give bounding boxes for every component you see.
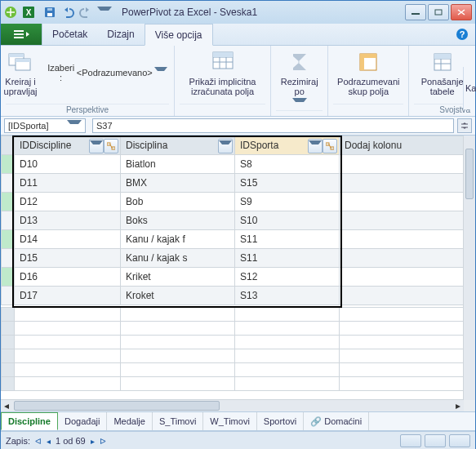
svg-rect-21 bbox=[360, 58, 364, 70]
sigma-icon bbox=[287, 49, 313, 75]
record-position: 1 od 69 bbox=[56, 436, 86, 446]
table-row[interactable]: D12BobS9 bbox=[2, 193, 464, 211]
summarize-by-label: Rezimiraj po bbox=[281, 77, 318, 96]
sheet-stimovi[interactable]: S_Timovi bbox=[153, 412, 203, 430]
scroll-right-icon[interactable]: ▸ bbox=[452, 400, 464, 411]
measure-grid[interactable] bbox=[1, 307, 464, 391]
col-header-add[interactable]: Dodaj kolonu bbox=[340, 136, 464, 155]
filter-dropdown-icon[interactable] bbox=[89, 139, 104, 153]
undo-icon[interactable] bbox=[61, 6, 74, 19]
formula-expand-button[interactable] bbox=[457, 118, 472, 133]
izaberi-value: <Podrazumevano> bbox=[77, 68, 153, 78]
view-calc-button[interactable] bbox=[449, 434, 470, 447]
save-icon[interactable] bbox=[43, 6, 56, 19]
relation-icon[interactable] bbox=[104, 139, 118, 153]
scroll-left-icon[interactable]: ◂ bbox=[1, 400, 12, 411]
view-diagram-button[interactable] bbox=[425, 434, 446, 447]
show-implicit-button[interactable]: Prikaži implicitna izračunata polja bbox=[189, 49, 256, 96]
table-row[interactable]: D15Kanu / kajak sS11 bbox=[2, 249, 464, 268]
svg-rect-9 bbox=[14, 33, 24, 35]
vertical-scrollbar[interactable] bbox=[463, 136, 475, 400]
svg-rect-6 bbox=[411, 13, 420, 15]
view-data-button[interactable] bbox=[400, 434, 421, 447]
table-row[interactable]: D14Kanu / kajak fS11 bbox=[2, 230, 464, 249]
svg-text:?: ? bbox=[460, 29, 465, 39]
title-bar: X PowerPivot za Excel - Sveska1 bbox=[1, 1, 475, 24]
nav-last-button[interactable]: ᐅ bbox=[100, 437, 106, 446]
sheet-medalje[interactable]: Medalje bbox=[107, 412, 153, 430]
record-label: Zapis: bbox=[6, 436, 30, 446]
col-header-iddiscipline[interactable]: IDDiscipline bbox=[15, 136, 121, 155]
create-manage-button[interactable]: Kreiraj i upravljaj bbox=[4, 49, 38, 96]
minimize-button[interactable] bbox=[405, 4, 426, 20]
col-header-disciplina[interactable]: Disciplina bbox=[121, 136, 235, 155]
table-row[interactable]: D16KriketS12 bbox=[2, 268, 464, 287]
tab-pocetak[interactable]: Početak bbox=[42, 24, 97, 45]
nav-next-button[interactable]: ▸ bbox=[91, 437, 95, 446]
status-bar: Zapis: ᐊ ◂ 1 od 69 ▸ ᐅ bbox=[1, 431, 475, 449]
help-button[interactable]: ? bbox=[449, 24, 475, 45]
svg-rect-24 bbox=[107, 143, 110, 145]
table-row[interactable]: D13BoksS10 bbox=[2, 211, 464, 230]
default-field-set-button[interactable]: Podrazumevani skup polja bbox=[337, 49, 399, 96]
table-row[interactable]: D10BiatlonS8 bbox=[2, 155, 464, 174]
file-menu-button[interactable] bbox=[1, 24, 42, 45]
relation-icon[interactable] bbox=[323, 139, 337, 153]
chevron-down-icon bbox=[67, 120, 82, 132]
ribbon-tabs: Početak Dizajn Više opcija ? bbox=[1, 24, 475, 46]
perspective-icon bbox=[7, 49, 33, 75]
table-row[interactable]: D11BMXS15 bbox=[2, 174, 464, 193]
group-label-perspektive: Perspektive bbox=[6, 104, 169, 114]
group-label-svojstva: Svojstva bbox=[414, 104, 470, 114]
redo-icon[interactable] bbox=[79, 6, 92, 19]
sheet-discipline[interactable]: Discipline bbox=[1, 412, 58, 430]
quick-access-toolbar bbox=[43, 6, 112, 19]
svg-rect-10 bbox=[14, 37, 24, 38]
ribbon-cutoff-group[interactable]: Kate bbox=[463, 67, 475, 109]
table-calc-icon bbox=[210, 49, 236, 75]
data-grid-area: IDDiscipline Disciplina IDSporta Dodaj k… bbox=[1, 136, 475, 412]
name-box[interactable]: [IDSporta] bbox=[4, 118, 86, 133]
horizontal-scrollbar[interactable]: ◂ ▸ bbox=[1, 399, 464, 411]
qat-dropdown-icon[interactable] bbox=[97, 7, 112, 19]
sheet-wtimovi[interactable]: W_Timovi bbox=[203, 412, 256, 430]
tab-vise-opcija[interactable]: Više opcija bbox=[145, 24, 213, 46]
sheet-dogadjaji[interactable]: Događaji bbox=[58, 412, 107, 430]
izaberi-label: Izaberi : bbox=[47, 63, 75, 82]
filter-dropdown-icon[interactable] bbox=[218, 139, 233, 153]
window-title: PowerPivot za Excel - Sveska1 bbox=[122, 7, 405, 18]
maximize-button[interactable] bbox=[428, 4, 449, 20]
table-row[interactable]: D17KroketS13 bbox=[2, 287, 464, 305]
name-box-value: [IDSporta] bbox=[8, 121, 67, 131]
filter-dropdown-icon[interactable] bbox=[308, 139, 323, 153]
svg-rect-26 bbox=[326, 143, 329, 145]
app-window: X PowerPivot za Excel - Sveska1 Početak … bbox=[0, 0, 476, 449]
summarize-by-button[interactable]: Rezimiraj po bbox=[281, 49, 318, 110]
default-field-set-label: Podrazumevani skup polja bbox=[337, 77, 399, 96]
data-grid[interactable]: IDDiscipline Disciplina IDSporta Dodaj k… bbox=[1, 136, 464, 400]
svg-rect-16 bbox=[16, 59, 30, 62]
chevron-down-icon bbox=[154, 67, 168, 79]
svg-rect-15 bbox=[9, 54, 24, 57]
app-icon bbox=[4, 6, 17, 19]
excel-icon: X bbox=[22, 6, 35, 19]
sheet-domacini[interactable]: 🔗 Domaćini bbox=[304, 412, 369, 430]
nav-prev-button[interactable]: ◂ bbox=[47, 437, 51, 446]
col-header-idsporta[interactable]: IDSporta bbox=[235, 136, 340, 155]
close-button[interactable] bbox=[451, 4, 472, 20]
record-navigator: ᐊ ◂ 1 od 69 ▸ ᐅ bbox=[35, 436, 106, 446]
svg-rect-5 bbox=[47, 8, 52, 11]
formula-input[interactable]: S37 bbox=[92, 118, 454, 133]
formula-value: S37 bbox=[96, 121, 113, 131]
sheet-sportovi[interactable]: Sportovi bbox=[257, 412, 304, 430]
table-behavior-label: Ponašanje tabele bbox=[421, 77, 464, 96]
nav-first-button[interactable]: ᐊ bbox=[35, 437, 42, 446]
field-set-icon bbox=[355, 49, 381, 75]
svg-rect-23 bbox=[434, 54, 451, 59]
chevron-down-icon bbox=[292, 98, 307, 110]
tab-dizajn[interactable]: Dizajn bbox=[97, 24, 144, 45]
table-behavior-button[interactable]: Ponašanje tabele bbox=[421, 49, 464, 96]
perspective-select[interactable]: Izaberi : <Podrazumevano> bbox=[44, 49, 171, 96]
corner-cell[interactable] bbox=[2, 136, 15, 155]
svg-rect-20 bbox=[360, 54, 376, 58]
